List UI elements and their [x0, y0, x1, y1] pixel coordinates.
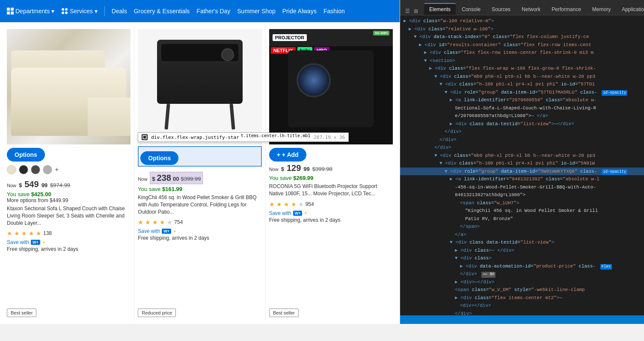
svg-point-4 — [62, 8, 64, 11]
swatch-darkgray[interactable] — [31, 165, 40, 174]
grill-price-highlight: $23800 $399.99 — [150, 172, 203, 184]
projector-best-seller-badge: Best seller — [269, 309, 299, 317]
nav-fashion[interactable]: Fashion — [323, 8, 345, 15]
sofa-best-seller-badge: Best seller — [7, 309, 36, 317]
product-card-sofa: Options + Now $54999 $974.99 You save $4… — [3, 26, 134, 320]
svg-rect-8 — [143, 135, 146, 139]
dom-line[interactable]: ▼ <div class> — [400, 254, 644, 262]
dom-line[interactable]: ▼ <div data-stack-index="0" class="flex … — [400, 33, 644, 41]
dom-line[interactable]: ▶ <div class="w-100 relative-m"> — [400, 17, 644, 25]
nav-grocery[interactable]: Grocery & Essentials — [134, 8, 190, 15]
tab-console[interactable]: Console — [457, 4, 486, 15]
grill-shipping: Free shipping, arrives in 2 days — [138, 235, 261, 241]
swatches-more[interactable]: + — [55, 166, 59, 173]
tab-elements[interactable]: Elements — [424, 3, 456, 15]
swatch-lightgray[interactable] — [43, 165, 52, 174]
projector-save-with[interactable]: Save with W+ ✦ — [269, 210, 393, 216]
projector-add-button[interactable]: + + Add — [269, 148, 306, 162]
dom-line[interactable]: </div> — [400, 310, 644, 316]
projector-shipping: Free shipping, arrives in 2 days — [269, 217, 393, 223]
grill-options-button[interactable]: Options — [140, 151, 178, 165]
projector-description: ROCONIA 5G WiFi Bluetooth Projector Supp… — [269, 183, 393, 197]
dom-line[interactable]: </span> — [400, 223, 644, 231]
dom-line[interactable]: ▶ <a link-identifier="8461321392" class=… — [400, 175, 644, 183]
dom-line[interactable]: ▶ <div id="results-container" class="fle… — [400, 41, 644, 49]
tab-network[interactable]: Network — [516, 4, 546, 15]
dom-line[interactable]: e/2079680558?athbdg=L1900">⋯ </a> — [400, 112, 644, 120]
grill-stars: ★ ★ ★ ★ ★ 754 — [138, 219, 261, 226]
dom-tree[interactable]: ▶ <div class="w-100 relative-m"> ▶ <div … — [400, 15, 644, 315]
sofa-swatches: + — [7, 165, 131, 174]
box-icon — [142, 135, 147, 139]
projector-price: Now $12999 $399.98 — [269, 163, 393, 173]
nav-summer-shop[interactable]: Summer Shop — [237, 8, 275, 15]
devtools-tab-bar: ☰ ⊞ Elements Console Sources Network Per… — [400, 0, 644, 15]
tab-memory[interactable]: Memory — [587, 4, 616, 15]
swatch-cream[interactable] — [7, 165, 16, 174]
dom-line[interactable]: </div> — [400, 136, 644, 144]
grill-badge-area: Reduced price — [138, 305, 261, 317]
dom-line[interactable]: ▼ <div class="h-100 pb1-xl pr4-xl pv1 ph… — [400, 159, 644, 168]
dom-line[interactable]: </div> — [400, 128, 644, 136]
svg-rect-3 — [11, 12, 14, 15]
projector-image: PROJECTOR 5G WIFI NETFLIX hulu HBO — [269, 29, 393, 144]
svg-point-6 — [62, 12, 64, 14]
dom-line[interactable]: -456-sq-in-Wood-Pellet-Smoker-Grill-BBQ-… — [400, 183, 644, 191]
tab-performance[interactable]: Performance — [546, 4, 586, 15]
grid-icon — [7, 8, 14, 15]
dom-line[interactable]: </a> — [400, 231, 644, 239]
dom-line[interactable]: ▼ <section> — [400, 57, 644, 65]
devtools-device-icon[interactable]: ⊞ — [412, 7, 420, 15]
devtools-statusbar — [400, 315, 644, 324]
dom-line[interactable]: "KingChii 456 sq. in Wood Pellet Smoker … — [400, 207, 644, 215]
dom-line[interactable]: ▶ <div class="flex flex-wrap w-100 flex-… — [400, 65, 644, 73]
dom-line[interactable]: ▼ <div class="mb0 ph0-xl pt0-xl bb b--ne… — [400, 152, 644, 160]
grill-save-with[interactable]: Save with W+ ✦ — [138, 228, 261, 234]
dom-line[interactable]: Sectional-Sofa-L-Shaped-Couch-with-Chais… — [400, 104, 644, 112]
dom-line[interactable]: ▼ <div class="mb0 ph0-xl pt0-xl bb b--ne… — [400, 73, 644, 81]
projector-savings: You save $269.99 — [269, 175, 393, 181]
tab-application[interactable]: Application — [617, 4, 644, 15]
sofa-options-button[interactable]: Options — [7, 148, 45, 162]
swatch-black[interactable] — [19, 165, 28, 174]
dom-line[interactable]: ▶ <div class data-testid="list-view">⋯</… — [400, 120, 644, 128]
svg-point-5 — [65, 8, 68, 11]
dom-line[interactable]: <span class="w_V_DM" style="-webkit-line… — [400, 286, 644, 294]
nav-deals[interactable]: Deals — [112, 8, 127, 15]
devtools-cursor-icon[interactable]: ☰ — [404, 7, 411, 15]
dom-line[interactable]: </div> == $0 — [400, 270, 644, 278]
sofa-description: Ktaxon Sectional Sofa L Shaped Couch wit… — [7, 205, 131, 226]
dom-line[interactable]: Patio RV, Bronze" — [400, 215, 644, 223]
tooltip-icon — [142, 134, 148, 140]
dom-line-highlighted[interactable]: ▼ <div role="group" data-item-id="5W91WW… — [400, 168, 644, 176]
tab-sources[interactable]: Sources — [487, 4, 516, 15]
nav-departments[interactable]: Departments ▾ — [7, 8, 54, 15]
dom-line[interactable]: ▼ <div class data-testid="list-view"> — [400, 238, 644, 247]
dom-line[interactable]: ▶ <div class="flex items-center mt2">⋯ — [400, 294, 644, 302]
dom-line[interactable]: ▶ <a link-identifier="2079680558" class=… — [400, 96, 644, 104]
sofa-save-with[interactable]: Save with W+ ✦ — [7, 239, 131, 245]
dom-line[interactable]: ▶ <div class="relative w-100"> — [400, 25, 644, 33]
projector-stars: ★ ★ ★ ★ ★ 954 — [269, 201, 393, 208]
dom-line[interactable]: ▼ <div role="group" data-item-id="57TD17… — [400, 88, 644, 97]
dom-line[interactable]: ▶ <div class>⋯ </div> — [400, 247, 644, 255]
nav-services[interactable]: Services ▾ — [61, 8, 98, 15]
devtools-panel: ☰ ⊞ Elements Console Sources Network Per… — [400, 0, 644, 324]
dom-line[interactable]: </div> — [400, 144, 644, 152]
dom-line[interactable]: <div></div> — [400, 302, 644, 310]
sofa-savings: You save $425.00 — [7, 191, 131, 197]
devtools-controls: ☰ ⊞ — [404, 7, 420, 15]
sofa-price: Now $54999 $974.99 — [7, 179, 131, 189]
highlighted-element: Options — [138, 146, 261, 167]
dom-line[interactable]: <span class="w_iUH7"> — [400, 199, 644, 207]
dom-line[interactable]: 8461321392?athbdg=L1900"> — [400, 191, 644, 199]
dom-line[interactable]: ▶ <div>⋯</div> — [400, 278, 644, 286]
nav-divider — [104, 6, 105, 16]
dom-line[interactable]: ▶ <div class="flex flex-row items-center… — [400, 49, 644, 57]
dom-line[interactable]: ▶ <div data-automation-id="product-price… — [400, 262, 644, 270]
projector-label: PROJECTOR — [273, 34, 307, 41]
dom-line[interactable]: ▼ <div class="h-100 pb1-xl pr4-xl pv1 ph… — [400, 80, 644, 88]
nav-fathers-day[interactable]: Father's Day — [196, 8, 230, 15]
nav-pride[interactable]: Pride Always — [282, 8, 317, 15]
svg-rect-2 — [7, 12, 10, 15]
